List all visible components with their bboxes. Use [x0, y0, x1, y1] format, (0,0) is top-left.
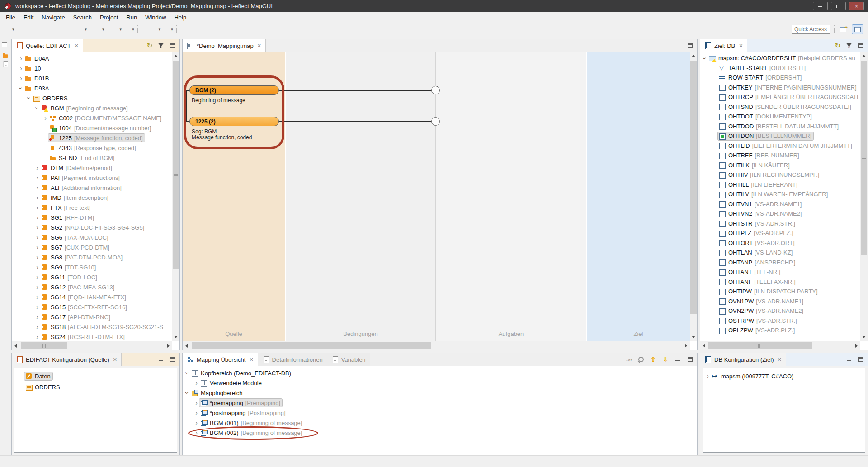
- tree-row[interactable]: Verwendete Module: [183, 378, 697, 388]
- tree-row[interactable]: OVN2PW[VS-ADR.NAME2]: [700, 306, 860, 316]
- tree-row[interactable]: SG1[RFF-DTM]: [12, 212, 172, 222]
- toolbar-button[interactable]: [52, 24, 61, 35]
- toolbar-button[interactable]: ▾: [149, 24, 162, 35]
- chevron-icon[interactable]: [34, 195, 40, 200]
- toolbar-button[interactable]: [20, 24, 29, 35]
- tree-row[interactable]: OHTANP[ANSPRECHP.]: [700, 258, 860, 268]
- close-icon[interactable]: ✕: [113, 357, 117, 363]
- tab-ziel-db[interactable]: Ziel: DB ✕: [700, 39, 747, 52]
- tab-mapping-uebersicht[interactable]: Mapping Übersicht ✕: [183, 353, 258, 366]
- menu-item[interactable]: Navigate: [38, 14, 69, 21]
- toolbar-button[interactable]: [140, 24, 149, 35]
- chevron-icon[interactable]: [34, 106, 40, 110]
- chevron-icon[interactable]: [34, 215, 40, 220]
- tree-row[interactable]: S-END[End of BGM]: [12, 153, 172, 163]
- maximize-view-button[interactable]: [169, 42, 176, 49]
- tree-row[interactable]: OHTILL[ILN LIEFERANT]: [700, 180, 860, 190]
- tab-variablen[interactable]: Variablen: [327, 353, 370, 366]
- tree-row[interactable]: C002[DOCUMENT/MESSAGE NAME]: [12, 113, 172, 123]
- chevron-icon[interactable]: [34, 235, 40, 240]
- vertical-scrollbar[interactable]: [860, 52, 868, 341]
- collapse-sync-button[interactable]: ↻: [146, 42, 153, 49]
- close-icon[interactable]: ✕: [249, 357, 253, 363]
- menu-item[interactable]: Run: [122, 14, 141, 21]
- minimize-view-button[interactable]: [675, 42, 682, 49]
- tree-row[interactable]: SG12[PAC-MEA-SG13]: [12, 282, 172, 292]
- chevron-icon[interactable]: [34, 225, 40, 230]
- toolbar-button[interactable]: ▾: [75, 24, 88, 35]
- chevron-icon[interactable]: [34, 315, 40, 319]
- close-icon[interactable]: ✕: [778, 357, 782, 363]
- mapping-line-bgm[interactable]: [279, 90, 432, 91]
- chevron-icon[interactable]: [34, 185, 40, 190]
- menu-item[interactable]: Search: [69, 14, 96, 21]
- tree-row[interactable]: D93A: [12, 83, 172, 93]
- chevron-icon[interactable]: [34, 255, 40, 259]
- chevron-icon[interactable]: [34, 245, 40, 250]
- tree-row[interactable]: OHTSND[SENDER ÜBERTRAGUNGSDATEI]: [700, 102, 860, 112]
- restore-view-icon[interactable]: [2, 42, 7, 47]
- toolbar-button[interactable]: [43, 24, 52, 35]
- chevron-icon[interactable]: [42, 116, 48, 120]
- maximize-view-button[interactable]: [857, 356, 864, 363]
- toolbar-button[interactable]: [188, 24, 197, 35]
- tree-row[interactable]: OVN1PW[VS-ADR.NAME1]: [700, 297, 860, 307]
- tree-row[interactable]: OHTIIV[ILN RECHNUNGSEMPF.]: [700, 170, 860, 180]
- tree-row[interactable]: 1225[Message function, coded]: [12, 133, 172, 143]
- tree-row[interactable]: D01B: [12, 73, 172, 83]
- list-item[interactable]: ORDERS: [14, 382, 177, 392]
- menu-item[interactable]: Help: [170, 14, 190, 21]
- connection-port-bgm[interactable]: [431, 86, 440, 94]
- chevron-icon[interactable]: [193, 401, 199, 405]
- maximize-view-button[interactable]: [686, 42, 693, 49]
- tree-row[interactable]: SG17[API-DTM-RNG]: [12, 312, 172, 322]
- toolbar-button[interactable]: [29, 24, 38, 35]
- tree-row[interactable]: OHTDOD[BESTELL DATUM JHJJMMTT]: [700, 122, 860, 132]
- tree-row[interactable]: OHTVN1[VS-ADR.NAME1]: [700, 199, 860, 209]
- tree-row[interactable]: OHTILV[ILN WAREN- EMPFÄNGER]: [700, 189, 860, 199]
- chevron-icon[interactable]: [184, 371, 190, 375]
- maximize-window-button[interactable]: [831, 2, 846, 10]
- menu-item[interactable]: Window: [141, 14, 170, 21]
- step-out-button[interactable]: ⇧: [650, 356, 657, 363]
- minimized-view-icon[interactable]: [2, 52, 9, 58]
- tab-detailinformationen[interactable]: Detailinformationen: [258, 353, 327, 366]
- tree-row[interactable]: Kopfbereich (Demo_EDIFACT-DB): [183, 368, 697, 378]
- minimized-view-icon[interactable]: [2, 61, 9, 67]
- tree-row[interactable]: D04A: [12, 53, 172, 63]
- close-icon[interactable]: ✕: [257, 43, 261, 49]
- minimize-view-button[interactable]: [674, 356, 681, 363]
- tree-row[interactable]: PAI[Payment instructions]: [12, 173, 172, 183]
- chevron-icon[interactable]: [34, 285, 40, 289]
- chevron-icon[interactable]: [18, 56, 24, 61]
- tree-row[interactable]: SG8[PAT-DTM-PCD-MOA]: [12, 252, 172, 262]
- chevron-icon[interactable]: [34, 295, 40, 299]
- connection-port-1225[interactable]: [431, 117, 440, 126]
- tab-edifact-konfiguration[interactable]: EDIFACT Konfiguration (Quelle) ✕: [12, 353, 122, 366]
- chevron-icon[interactable]: [34, 165, 40, 170]
- tab-demo-mapping[interactable]: *Demo_Mapping.map ✕: [183, 39, 266, 52]
- menu-item[interactable]: Edit: [19, 14, 38, 21]
- tree-row[interactable]: mapsm: C#ACO/ORDERSHT[Beispiel ORDERS au: [700, 53, 860, 63]
- list-item[interactable]: Daten: [14, 371, 177, 382]
- tree-row[interactable]: SG15[SCC-FTX-RFF-SG16]: [12, 302, 172, 312]
- vertical-scrollbar[interactable]: [690, 52, 697, 341]
- tree-row[interactable]: OHTRCP[EMPFÄNGER ÜBERTRAGUNGSDATE: [700, 92, 860, 102]
- tree-row[interactable]: OHTILK[ILN KÄUFER]: [700, 160, 860, 170]
- close-icon[interactable]: ✕: [739, 43, 743, 49]
- toolbar-button[interactable]: ▾: [110, 24, 123, 35]
- tree-row[interactable]: OHTVN2[VS-ADR.NAME2]: [700, 209, 860, 219]
- tree-row[interactable]: *premapping[Premapping]: [183, 398, 697, 408]
- tree-row[interactable]: OHTREF[REF.-NUMMER]: [700, 151, 860, 160]
- chevron-icon[interactable]: [18, 76, 24, 80]
- tree-row[interactable]: SG7[CUX-PCD-DTM]: [12, 242, 172, 252]
- toolbar-button[interactable]: [179, 24, 188, 35]
- link-with-editor-button[interactable]: [637, 356, 645, 363]
- tree-row[interactable]: SG2[NAD-LOC-FII-SG3-SG4-SG5]: [12, 222, 172, 232]
- tree-row[interactable]: OHTKEY[INTERNE PAGINIERUNGSNUMMER]: [700, 83, 860, 93]
- chevron-icon[interactable]: [705, 374, 711, 378]
- tree-row[interactable]: OHTLAN[VS-LAND-KZ]: [700, 248, 860, 258]
- toolbar-button[interactable]: ▾: [123, 24, 135, 35]
- maximize-view-button[interactable]: [857, 42, 864, 49]
- tree-row[interactable]: SG18[ALC-ALI-DTM-SG19-SG20-SG21-S: [12, 322, 172, 332]
